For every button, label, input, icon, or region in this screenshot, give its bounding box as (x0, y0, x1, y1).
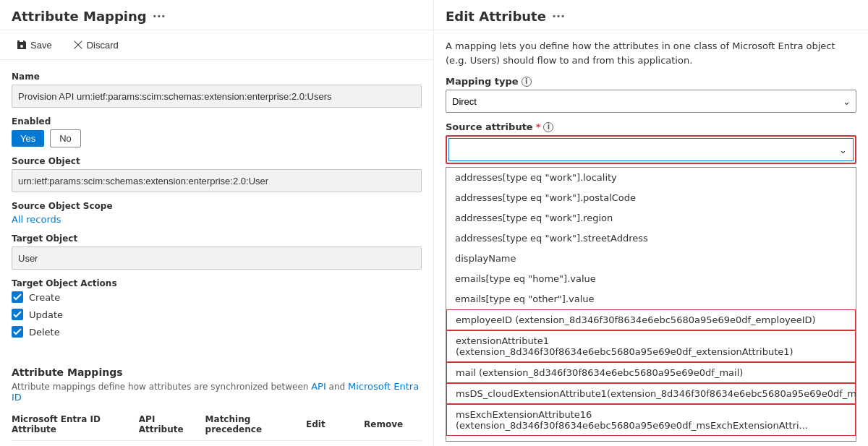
mapping-type-info-icon[interactable]: i (522, 77, 532, 87)
panel-header: Attribute Mapping ··· (0, 0, 433, 30)
edit-cell: Edit (306, 441, 364, 447)
save-icon (16, 39, 27, 51)
update-label: Update (29, 309, 63, 320)
dropdown-item[interactable]: addresses[type eq "work"].postalCode (446, 188, 856, 208)
matching-cell: 1 (205, 441, 306, 447)
mapping-type-label: Mapping type i (446, 76, 856, 87)
attr-mappings-section: Attribute Mappings Attribute mappings de… (0, 358, 433, 446)
source-attr-input[interactable] (449, 139, 853, 160)
dropdown-item[interactable]: addresses[type eq "work"].region (446, 208, 856, 228)
target-actions-label: Target Object Actions (12, 278, 422, 288)
toolbar: Save Discard (0, 30, 433, 60)
remove-header: Remove (364, 411, 422, 441)
checkbox-group: Create Update Delete (12, 291, 422, 338)
dropdown-item[interactable]: msExchExtensionAttribute16 (extension_8d… (446, 404, 856, 436)
right-header: Edit Attribute ··· (434, 0, 868, 30)
attr-mappings-desc: Attribute mappings define how attributes… (12, 381, 422, 403)
right-form: Mapping type i Direct ⌄ Source attribute… (434, 76, 868, 442)
right-panel: Edit Attribute ··· A mapping lets you de… (434, 0, 868, 446)
name-input[interactable] (12, 85, 422, 108)
left-panel: Attribute Mapping ··· Save Discard Name … (0, 0, 434, 446)
remove-cell: Delete (364, 441, 422, 447)
source-object-label: Source Object (12, 156, 422, 166)
dropdown-list: addresses[type eq "work"].localityaddres… (446, 167, 856, 442)
dropdown-item[interactable]: emails[type eq "other"].value (446, 289, 856, 309)
api-attr-header: API Attribute (139, 411, 205, 441)
api-link[interactable]: API (311, 381, 326, 392)
target-object-label: Target Object (12, 233, 422, 244)
mapping-type-select[interactable]: Direct (446, 90, 856, 113)
checkmark-icon (13, 310, 22, 319)
save-button[interactable]: Save (12, 36, 56, 53)
source-attr-text: Source attribute (446, 121, 533, 132)
entra-link[interactable]: Microsoft Entra ID (12, 381, 419, 403)
source-object-scope-label: Source Object Scope (12, 201, 422, 211)
dropdown-item[interactable]: employeeID (extension_8d346f30f8634e6ebc… (446, 309, 856, 330)
dropdown-item[interactable]: mail (extension_8d346f30f8634e6ebc5680a9… (446, 362, 856, 383)
enabled-label: Enabled (12, 116, 422, 126)
dropdown-item[interactable]: displayName (446, 249, 856, 269)
create-checkbox[interactable] (12, 291, 23, 303)
dropdown-item[interactable]: extensionAttribute1 (extension_8d346f30f… (446, 330, 856, 362)
update-checkbox[interactable] (12, 309, 23, 320)
entra-attr-header: Microsoft Entra ID Attribute (12, 411, 139, 441)
attr-mappings-title: Attribute Mappings (12, 366, 422, 378)
panel-title: Attribute Mapping ··· (12, 9, 422, 24)
checkmark-icon (13, 293, 22, 301)
right-title: Edit Attribute ··· (446, 9, 856, 24)
no-toggle[interactable]: No (50, 129, 81, 147)
source-attr-chevron-icon[interactable]: ⌄ (839, 145, 847, 155)
discard-button[interactable]: Discard (68, 36, 123, 53)
right-description: A mapping lets you define how the attrib… (434, 30, 868, 76)
name-label: Name (12, 72, 422, 82)
matching-header: Matching precedence (205, 411, 306, 441)
source-attr-input-wrapper: ⌄ (448, 138, 854, 161)
create-label: Create (29, 292, 60, 303)
mapping-type-wrapper: Direct ⌄ (446, 90, 856, 113)
target-object-input (12, 246, 422, 270)
delete-checkbox[interactable] (12, 326, 23, 338)
left-ellipsis-icon[interactable]: ··· (153, 9, 166, 23)
all-records-link[interactable]: All records (12, 214, 61, 225)
mappings-table: Microsoft Entra ID Attribute API Attribu… (12, 411, 422, 446)
toggle-group: Yes No (12, 129, 422, 147)
dropdown-item[interactable]: msDS_cloudExtensionAttribute1(extension_… (446, 383, 856, 404)
close-icon (72, 39, 84, 51)
right-ellipsis-icon[interactable]: ··· (552, 9, 565, 23)
dropdown-item[interactable]: addresses[type eq "work"].streetAddress (446, 228, 856, 249)
source-attr-label-container: Source attribute * i (446, 121, 856, 132)
dropdown-item[interactable]: ims[type eq "icq"].value (446, 436, 856, 442)
checkmark-icon (13, 327, 22, 336)
source-attr-info-icon[interactable]: i (543, 122, 553, 132)
edit-header: Edit (306, 411, 364, 441)
form-section: Name Enabled Yes No Source Object Source… (0, 60, 433, 346)
delete-label: Delete (29, 327, 60, 338)
attribute-mapping-title: Attribute Mapping (12, 9, 147, 24)
edit-attr-title: Edit Attribute (446, 9, 546, 24)
source-attr-container: ⌄ (446, 135, 856, 164)
api-attr-cell: externalId (139, 441, 205, 447)
source-object-input (12, 169, 422, 192)
update-checkbox-item: Update (12, 309, 422, 320)
table-row: employeeId externalId 1 Edit Delete (12, 441, 422, 447)
yes-toggle[interactable]: Yes (12, 130, 44, 147)
dropdown-item[interactable]: emails[type eq "home"].value (446, 269, 856, 289)
create-checkbox-item: Create (12, 291, 422, 303)
delete-checkbox-item: Delete (12, 326, 422, 338)
dropdown-item[interactable]: addresses[type eq "work"].locality (446, 168, 856, 188)
required-indicator: * (536, 121, 541, 132)
entra-attr-cell: employeeId (12, 441, 139, 447)
